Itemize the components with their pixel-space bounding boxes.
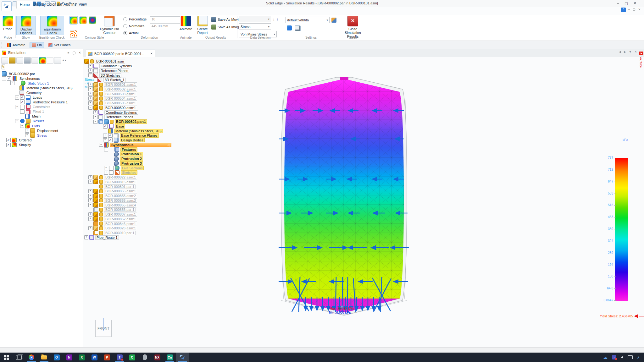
taskbar-recorder[interactable] (138, 353, 151, 362)
result-set-dropdown[interactable]: ▾ (239, 16, 271, 22)
tree-item-label[interactable]: BGR-000501.asm:1 (104, 82, 137, 87)
taskbar-task-view[interactable] (13, 353, 25, 362)
taskbar-start[interactable] (0, 353, 13, 362)
expander-icon[interactable]: + (25, 129, 29, 133)
edit-settings-icon[interactable] (295, 25, 301, 31)
create-report-button[interactable]: Create Report (195, 16, 210, 35)
expander-icon[interactable]: + (88, 101, 92, 105)
animate-toolbar-button[interactable]: Animate (5, 42, 27, 48)
taskbar-file-explorer[interactable] (38, 353, 50, 362)
help-icon[interactable]: ? (621, 8, 626, 12)
tree-item-label[interactable]: Material (Stainless Steel, 316) (25, 86, 74, 90)
taskbar-chrome[interactable] (25, 353, 38, 362)
probe-button[interactable]: Probe (1, 16, 15, 31)
tree-item-label[interactable]: BGR-000802.par:1 (115, 119, 147, 124)
tree-item-label[interactable]: Design Bodies (120, 138, 145, 142)
expander-icon[interactable]: − (93, 120, 97, 124)
expander-icon[interactable]: − (99, 143, 103, 147)
onedrive-icon[interactable]: ☁ (603, 355, 608, 360)
pane-next-icon[interactable]: ▶ (624, 50, 626, 53)
mesh-contour-icon[interactable] (89, 16, 96, 24)
expander-icon[interactable]: + (93, 115, 97, 119)
pane-close-icon[interactable]: ✕ (635, 50, 637, 53)
tree-item-label[interactable]: Protrusion 2 (120, 156, 143, 161)
close-simulation-results-button[interactable]: ✕ Close Simulation Results (340, 16, 365, 38)
expander-icon[interactable]: + (88, 64, 92, 68)
tree-item-label[interactable]: Sketches (121, 170, 137, 175)
feature-playback-tab-icon[interactable] (54, 57, 61, 64)
tabs-scroll-right-icon[interactable]: ▸ (65, 57, 67, 64)
step-up-icon[interactable]: ↑ (277, 17, 279, 21)
expander-icon[interactable]: − (15, 105, 19, 109)
checkbox[interactable] (109, 170, 114, 175)
tree-item-label[interactable]: Fixed 1 (32, 110, 45, 113)
expander-icon[interactable]: + (104, 171, 108, 175)
tree-item-label[interactable]: BGR-000826.asm:1 (104, 226, 137, 230)
expander-icon[interactable]: − (10, 81, 14, 85)
panel-menu-icon[interactable]: ≡ (68, 51, 69, 54)
checkbox[interactable]: ✓ (20, 100, 25, 104)
tree-item-label[interactable]: BGR-000807.asm:1 (104, 212, 137, 217)
checkbox[interactable]: ✓ (103, 124, 108, 129)
tree-item-label[interactable]: BGR-000856.par:1 (104, 207, 136, 212)
tree-item-label[interactable]: Static Study 1 (27, 81, 50, 85)
taskbar-cn[interactable]: Cn (164, 353, 176, 362)
tree-item-label[interactable]: BGR-000855.asm:4 (104, 203, 137, 207)
taskbar-teams[interactable]: T (113, 353, 126, 362)
tab-view[interactable]: View (75, 1, 90, 8)
expander-icon[interactable]: + (103, 134, 107, 138)
settings-dropdown[interactable]: default,vdb6ta▾ (286, 17, 330, 23)
checkbox[interactable]: ✓ (108, 133, 113, 138)
volume-icon[interactable] (621, 356, 623, 359)
expander-icon[interactable]: + (88, 83, 92, 87)
tree-item-label[interactable]: BGR-000852.asm:1 (104, 217, 137, 221)
expander-icon[interactable]: + (88, 96, 92, 101)
apply-settings-icon[interactable] (287, 25, 292, 30)
tree-item-label[interactable]: BGR-000801.par:1 (104, 184, 136, 189)
expander-icon[interactable]: + (88, 212, 92, 217)
tree-item-label[interactable]: BGR-000504.asm:1 (104, 96, 137, 101)
tree-item-label[interactable]: Stress (36, 134, 48, 137)
tree-item-label[interactable]: BGR-000822.asm:1 (104, 175, 137, 179)
edit-study-icon[interactable]: ✎ (1, 64, 5, 69)
tree-item-label[interactable]: Material (Stainless Steel, 316) (114, 129, 163, 133)
pane-expand-icon[interactable]: ▼ (629, 50, 632, 53)
element-fill-icon[interactable] (79, 16, 87, 24)
checkbox[interactable]: ✓ (7, 76, 11, 81)
checkbox[interactable] (20, 109, 25, 114)
tree-item-label[interactable]: Reference Planes (104, 115, 134, 119)
expander-icon[interactable]: + (88, 198, 92, 202)
tree-item-label[interactable]: BGR-003010.par:1 (104, 231, 136, 235)
tree-item-label[interactable]: BGR-000815.asm:1 (104, 180, 137, 184)
layers-tab-icon[interactable] (16, 57, 23, 64)
expander-icon[interactable]: + (93, 110, 97, 114)
tree-item-label[interactable]: Base (115, 124, 125, 129)
checkbox[interactable]: ✓ (108, 138, 113, 142)
expander-icon[interactable]: − (15, 119, 19, 123)
taskbar-excel[interactable]: X (75, 353, 88, 362)
expander-icon[interactable]: + (25, 133, 29, 137)
tree-item-label[interactable]: Coordinate Systems (99, 64, 133, 68)
set-planes-button[interactable]: Set Planes (47, 42, 72, 48)
tree-item-label[interactable]: Loads (32, 96, 43, 99)
tree-item-label[interactable]: Displacement (36, 129, 59, 133)
equilibrium-check-button[interactable]: Equilibrium Check (40, 16, 64, 35)
expander-icon[interactable]: − (104, 147, 108, 151)
display-options-button[interactable]: Display Options (16, 16, 36, 35)
simulation-tab-icon[interactable] (39, 57, 46, 64)
expander-icon[interactable]: − (88, 106, 92, 110)
document-tab-close-icon[interactable]: ✕ (150, 52, 153, 55)
tree-item-label[interactable]: BGR-000503.asm:1 (104, 92, 137, 96)
tree-item-label[interactable]: Synchronous (110, 143, 171, 147)
expander-icon[interactable]: + (103, 138, 107, 142)
expander-icon[interactable]: + (88, 189, 92, 193)
taskbar-onenote[interactable]: N (63, 353, 75, 362)
tree-item-label[interactable]: Results (32, 119, 45, 123)
tree-item-label[interactable]: Synchronous (19, 77, 41, 80)
youtube-edge-tab[interactable]: YouTube (638, 52, 644, 75)
doc-close-icon[interactable]: ✕ (638, 8, 641, 11)
doc-restore-icon[interactable]: ▢ (633, 8, 636, 11)
library-tab-icon[interactable] (9, 57, 16, 64)
tree-item-label[interactable]: Features (120, 147, 137, 152)
save-settings-icon[interactable] (331, 18, 336, 23)
